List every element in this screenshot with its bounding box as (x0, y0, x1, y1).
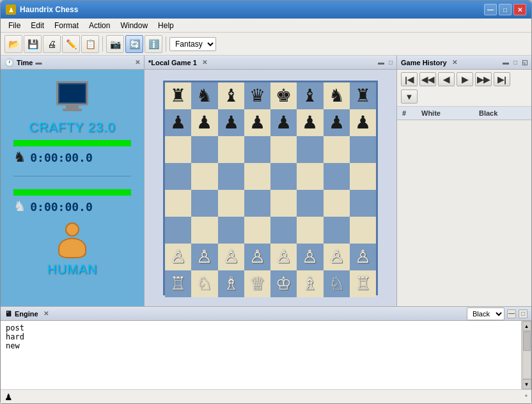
board-cell[interactable]: ♚ (270, 82, 297, 109)
board-cell[interactable] (191, 136, 217, 163)
engine-maximize[interactable]: □ (519, 309, 528, 318)
board-cell[interactable]: ♙ (165, 244, 191, 270)
board-cell[interactable] (324, 217, 350, 244)
board-cell[interactable] (350, 217, 376, 244)
board-cell[interactable] (270, 163, 297, 190)
scrollbar-up[interactable]: ▲ (522, 321, 531, 331)
nav-prev[interactable]: ◀ (438, 72, 455, 86)
board-cell[interactable] (297, 136, 323, 163)
engine-minimize[interactable]: — (507, 309, 516, 318)
toolbar-open-button[interactable]: 📂 (4, 35, 22, 53)
history-restore[interactable]: ◱ (522, 59, 528, 66)
board-cell[interactable]: ♙ (270, 244, 297, 270)
board-cell[interactable]: ♙ (244, 244, 270, 270)
toolbar-camera-button[interactable]: 📷 (106, 35, 124, 53)
time-panel-close[interactable]: ✕ (135, 59, 140, 66)
board-cell[interactable] (244, 190, 270, 217)
board-cell[interactable] (350, 163, 376, 190)
minimize-button[interactable]: — (484, 4, 497, 15)
board-cell[interactable] (244, 217, 270, 244)
nav-next[interactable]: ▶ (457, 72, 473, 86)
toolbar-save-button[interactable]: 💾 (24, 35, 42, 53)
board-cell[interactable]: ♝ (218, 82, 244, 109)
board-cell[interactable]: ♟ (297, 109, 323, 136)
board-cell[interactable] (350, 190, 376, 217)
board-cell[interactable] (165, 136, 191, 163)
board-cell[interactable]: ♞ (324, 82, 350, 109)
board-cell[interactable] (244, 136, 270, 163)
board-cell[interactable]: ♜ (350, 82, 376, 109)
board-cell[interactable]: ♟ (324, 109, 350, 136)
nav-first[interactable]: |◀ (401, 72, 418, 86)
board-cell[interactable]: ♟ (191, 109, 217, 136)
board-cell[interactable] (270, 190, 297, 217)
board-cell[interactable]: ♖ (350, 270, 376, 297)
nav-prev-fast[interactable]: ◀◀ (419, 72, 436, 86)
chess-board[interactable]: ♜♞♝♛♚♝♞♜♟♟♟♟♟♟♟♟♙♙♙♙♙♙♙♙♖♘♗♕♔♗♘♖ (163, 81, 378, 295)
board-cell[interactable]: ♘ (191, 270, 217, 297)
menu-format[interactable]: Format (49, 20, 84, 31)
board-cell[interactable] (324, 136, 350, 163)
board-cell[interactable] (244, 163, 270, 190)
history-minimize[interactable]: ▬ (503, 59, 509, 66)
scrollbar-down[interactable]: ▼ (522, 379, 531, 389)
engine-close[interactable]: ✕ (43, 310, 49, 317)
board-cell[interactable]: ♝ (297, 82, 323, 109)
board-cell[interactable]: ♜ (165, 82, 191, 109)
nav-down[interactable]: ▼ (401, 89, 418, 104)
toolbar-refresh-button[interactable]: 🔄 (125, 35, 143, 53)
board-cell[interactable]: ♗ (297, 270, 323, 297)
close-button[interactable]: ✕ (513, 4, 526, 15)
nav-next-fast[interactable]: ▶▶ (475, 72, 492, 86)
toolbar-copy-button[interactable]: 📋 (81, 35, 99, 53)
board-cell[interactable]: ♙ (324, 244, 350, 270)
board-cell[interactable]: ♘ (324, 270, 350, 297)
board-cell[interactable]: ♙ (191, 244, 217, 270)
theme-dropdown[interactable]: Fantasy Classic Modern (169, 37, 216, 51)
board-cell[interactable] (165, 190, 191, 217)
board-cell[interactable] (270, 217, 297, 244)
board-cell[interactable]: ♟ (218, 109, 244, 136)
board-cell[interactable]: ♟ (165, 109, 191, 136)
board-cell[interactable]: ♗ (218, 270, 244, 297)
menu-file[interactable]: File (3, 20, 26, 31)
board-tab-close[interactable]: ✕ (202, 59, 207, 66)
history-close[interactable]: ✕ (452, 59, 457, 66)
board-cell[interactable] (191, 190, 217, 217)
board-cell[interactable]: ♟ (350, 109, 376, 136)
board-cell[interactable] (191, 217, 217, 244)
board-cell[interactable] (218, 217, 244, 244)
board-cell[interactable]: ♙ (350, 244, 376, 270)
board-cell[interactable] (218, 190, 244, 217)
board-cell[interactable]: ♖ (165, 270, 191, 297)
menu-window[interactable]: Window (115, 20, 153, 31)
board-panel-minimize[interactable]: ▬ (378, 59, 384, 66)
board-cell[interactable]: ♛ (244, 82, 270, 109)
board-cell[interactable]: ♟ (270, 109, 297, 136)
board-cell[interactable] (297, 217, 323, 244)
time-panel-minimize[interactable]: ▬ (35, 59, 42, 66)
menu-help[interactable]: Help (153, 20, 179, 31)
toolbar-info-button[interactable]: ℹ️ (145, 35, 162, 53)
maximize-button[interactable]: □ (499, 4, 512, 15)
menu-action[interactable]: Action (84, 20, 115, 31)
board-cell[interactable] (324, 190, 350, 217)
board-panel-maximize[interactable]: □ (389, 59, 393, 66)
menu-edit[interactable]: Edit (26, 20, 49, 31)
board-cell[interactable] (165, 163, 191, 190)
scrollbar-thumb[interactable] (523, 332, 531, 351)
board-cell[interactable]: ♞ (191, 82, 217, 109)
board-cell[interactable] (218, 136, 244, 163)
board-cell[interactable]: ♟ (244, 109, 270, 136)
nav-last[interactable]: ▶| (494, 72, 510, 86)
board-cell[interactable] (191, 163, 217, 190)
board-cell[interactable] (270, 136, 297, 163)
engine-side-dropdown[interactable]: Black White (467, 307, 505, 320)
board-cell[interactable] (218, 163, 244, 190)
board-cell[interactable]: ♙ (297, 244, 323, 270)
toolbar-print-button[interactable]: 🖨 (43, 35, 61, 53)
board-cell[interactable] (324, 163, 350, 190)
history-maximize[interactable]: □ (513, 59, 517, 66)
board-cell[interactable]: ♙ (218, 244, 244, 270)
board-cell[interactable]: ♕ (244, 270, 270, 297)
